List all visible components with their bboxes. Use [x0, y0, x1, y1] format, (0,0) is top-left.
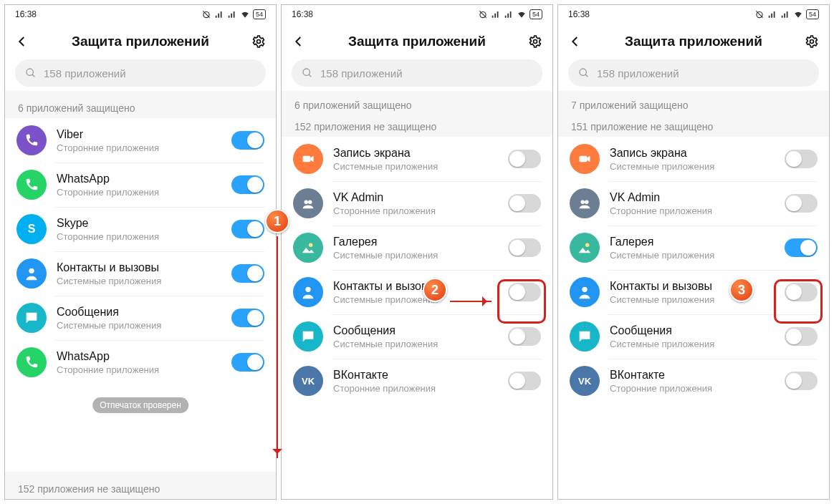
camera-icon: [570, 144, 600, 174]
wifi-icon: [240, 9, 250, 19]
app-row-gallery[interactable]: Галерея Системные приложения: [282, 226, 552, 270]
app-category: Сторонние приложения: [333, 205, 498, 216]
app-name: WhatsApp: [57, 173, 221, 185]
wifi-icon: [793, 9, 803, 19]
arrow-down: [277, 236, 278, 458]
app-row-screenrec[interactable]: Запись экрана Системные приложения: [558, 137, 829, 181]
toggle-viber[interactable]: [231, 131, 264, 150]
svg-point-23: [585, 200, 589, 204]
toggle-screenrec[interactable]: [785, 150, 818, 168]
toggle-messages[interactable]: [231, 309, 264, 327]
svg-point-3: [27, 69, 33, 75]
back-button[interactable]: [565, 35, 585, 48]
gallery-icon: [570, 233, 600, 263]
page-title: Защита приложений: [313, 34, 521, 49]
app-row-contacts[interactable]: Контакты и вызовы Системные приложения: [5, 251, 276, 296]
svg-point-19: [580, 69, 586, 75]
app-category: Сторонние приложения: [333, 383, 498, 394]
gear-icon: [251, 34, 266, 49]
settings-button[interactable]: [802, 34, 822, 49]
app-name: VK Admin: [610, 191, 775, 204]
search-input[interactable]: 158 приложений: [292, 59, 542, 87]
toggle-gallery[interactable]: [508, 238, 541, 257]
toggle-contacts[interactable]: [231, 264, 264, 283]
toggle-vk[interactable]: [508, 372, 541, 390]
contacts-icon: [293, 277, 323, 307]
toggle-gallery[interactable]: [785, 238, 818, 257]
app-name: ВКонтакте: [333, 369, 498, 382]
toggle-vk[interactable]: [785, 372, 818, 390]
app-row-screenrec[interactable]: Запись экрана Системные приложения: [282, 137, 552, 181]
status-time: 16:38: [292, 9, 313, 19]
app-category: Сторонние приложения: [57, 364, 221, 375]
app-row-whatsapp[interactable]: WhatsApp Сторонние приложения: [5, 163, 276, 207]
app-category: Системные приложения: [333, 339, 498, 349]
app-name: Viber: [57, 128, 221, 141]
skype-icon: S: [16, 214, 47, 244]
vk-icon: VK: [293, 366, 323, 396]
battery-icon: 54: [806, 9, 819, 19]
app-list[interactable]: Viber Сторонние приложения WhatsApp Стор…: [5, 118, 276, 472]
vk-icon: VK: [570, 366, 600, 396]
app-row-vkadmin[interactable]: VK Admin Сторонние приложения: [558, 181, 829, 226]
status-bar: 16:38 54: [282, 5, 552, 24]
signal-icon: [780, 9, 790, 19]
search-input[interactable]: 158 приложений: [568, 59, 819, 87]
app-row-skype[interactable]: S Skype Сторонние приложения: [5, 207, 276, 251]
app-row-messages[interactable]: Сообщения Системные приложения: [5, 296, 276, 340]
app-row-vkadmin[interactable]: VK Admin Сторонние приложения: [282, 181, 552, 226]
toggle-messages[interactable]: [508, 327, 541, 346]
contacts-icon: [16, 258, 47, 289]
battery-icon: 54: [253, 9, 266, 19]
svg-rect-21: [580, 156, 588, 162]
whatsapp-icon: [16, 347, 47, 377]
settings-button[interactable]: [525, 34, 545, 49]
status-bar: 16:38 54: [5, 5, 276, 24]
contacts-icon: [570, 277, 600, 307]
battery-icon: 54: [529, 9, 542, 19]
status-bar: 16:38 54: [558, 5, 829, 24]
app-row-vk[interactable]: VK ВКонтакте Сторонние приложения: [558, 359, 829, 403]
toggle-whatsapp[interactable]: [231, 175, 264, 194]
app-category: Системные приложения: [610, 339, 775, 349]
arrow-right: [450, 301, 492, 302]
screen-3: 16:38 54 Защита приложений 158 приложени…: [557, 4, 830, 500]
page-title: Защита приложений: [37, 34, 244, 49]
app-name: WhatsApp: [57, 350, 221, 363]
chevron-left-icon: [292, 35, 305, 48]
step-badge-3: 3: [729, 278, 754, 302]
app-row-gallery[interactable]: Галерея Системные приложения: [558, 226, 829, 270]
highlight-toggle-2: [497, 279, 546, 324]
settings-button[interactable]: [249, 34, 269, 49]
svg-point-14: [309, 243, 313, 248]
app-name: Skype: [57, 217, 221, 230]
app-name: Контакты и вызовы: [333, 280, 498, 293]
toggle-vkadmin[interactable]: [785, 194, 818, 213]
toggle-vkadmin[interactable]: [508, 194, 541, 213]
step-badge-2: 2: [423, 278, 447, 302]
section-protected: 6 приложений защищено: [5, 91, 276, 118]
app-row-vk[interactable]: VK ВКонтакте Сторонние приложения: [282, 359, 552, 403]
gallery-icon: [293, 233, 323, 263]
search-placeholder: 158 приложений: [320, 67, 403, 79]
highlight-toggle-3: [774, 279, 823, 324]
svg-point-15: [305, 287, 310, 292]
section-protected: 6 приложений защищено: [282, 91, 552, 114]
toggle-screenrec[interactable]: [508, 150, 541, 168]
back-button[interactable]: [12, 35, 32, 48]
section-unprotected: 152 приложения не защищено: [5, 472, 276, 499]
app-name: ВКонтакте: [610, 369, 775, 382]
back-button[interactable]: [289, 35, 309, 48]
toggle-whatsapp-2[interactable]: [231, 353, 264, 372]
svg-point-18: [810, 40, 814, 44]
signal-icon: [227, 9, 237, 19]
app-row-viber[interactable]: Viber Сторонние приложения: [5, 118, 276, 163]
screen-1: 16:38 54 Защита приложений 158 приложени…: [4, 4, 277, 500]
messages-icon: [293, 321, 323, 352]
app-category: Системные приложения: [333, 294, 498, 305]
app-row-whatsapp-2[interactable]: WhatsApp Сторонние приложения: [5, 340, 276, 384]
search-input[interactable]: 158 приложений: [15, 59, 266, 87]
toggle-skype[interactable]: [231, 220, 264, 238]
toggle-messages[interactable]: [785, 327, 818, 346]
svg-point-13: [308, 200, 312, 204]
